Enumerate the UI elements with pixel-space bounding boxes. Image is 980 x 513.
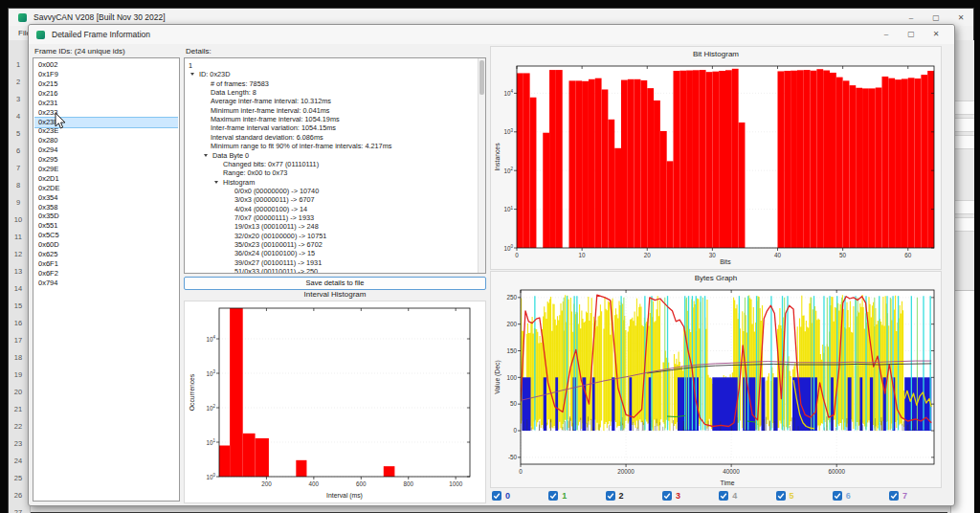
frame-id-item[interactable]: 0x6F1 xyxy=(34,259,178,269)
svg-text:150: 150 xyxy=(506,347,517,354)
details-line: # of frames: 78583 xyxy=(211,79,269,88)
details-tree[interactable]: 1ID: 0x23D# of frames: 78583Data Length:… xyxy=(184,57,486,274)
svg-text:Time: Time xyxy=(721,480,735,486)
details-line: Minimum inter-frame interval: 0.041ms xyxy=(211,106,330,115)
main-window-title: SavvyCAN V208 [Built Nov 30 2022] xyxy=(33,12,166,22)
details-line: 39/0x27 (00100111) -> 1931 xyxy=(234,258,322,267)
frame-id-item[interactable]: 0x6F2 xyxy=(34,269,178,279)
details-line[interactable]: ID: 0x23D xyxy=(199,70,230,78)
svg-text:103: 103 xyxy=(503,128,513,136)
frame-id-item[interactable]: 0x2D1 xyxy=(34,174,178,184)
row-number: 9 xyxy=(9,198,28,207)
frame-id-item[interactable]: 0x60D xyxy=(34,240,178,250)
frame-id-item[interactable]: 0x216 xyxy=(34,89,178,99)
byte-checkbox[interactable] xyxy=(719,491,728,501)
byte-checkbox-item: 2 xyxy=(606,491,624,501)
byte-checkbox-item: 6 xyxy=(833,491,851,501)
svg-text:0: 0 xyxy=(515,252,519,258)
check-icon xyxy=(549,492,557,500)
details-line[interactable]: Histogram xyxy=(223,178,255,187)
interval-histogram-plot[interactable]: 2004006008001000100101102103104Interval … xyxy=(187,302,483,503)
frame-id-item[interactable]: 0x002 xyxy=(34,60,178,70)
row-number: 3 xyxy=(9,95,28,103)
save-details-button[interactable]: Save details to file xyxy=(184,277,486,290)
row-number: 23 xyxy=(9,439,28,448)
check-icon xyxy=(890,492,898,500)
frame-id-item[interactable]: 0x1F9 xyxy=(34,70,178,79)
screen: SavvyCAN V208 [Built Nov 30 2022] – ▢ ✕ … xyxy=(0,0,980,513)
frame-id-item[interactable]: 0x295 xyxy=(34,155,178,165)
row-number: 27 xyxy=(9,508,28,513)
tree-expand-arrow[interactable] xyxy=(214,181,218,184)
bytes-graph-plot[interactable]: 0200004000060000-50050100150200250TimeVa… xyxy=(492,284,942,489)
frame-id-item[interactable]: 0x794 xyxy=(34,279,178,288)
svg-text:0: 0 xyxy=(513,427,517,434)
interval-histogram-title: Interval Histogram xyxy=(184,290,486,299)
details-line: Changed bits: 0x77 (01110111) xyxy=(223,160,319,168)
byte-checkbox-label: 1 xyxy=(562,491,567,501)
frame-ids-label: Frame IDs: (24 unique ids) xyxy=(34,47,125,56)
details-line: 1 xyxy=(189,61,192,70)
byte-checkbox[interactable] xyxy=(548,491,558,501)
dialog-maximize-button[interactable]: ▢ xyxy=(899,25,924,42)
svg-text:40000: 40000 xyxy=(723,468,740,475)
frame-id-item[interactable]: 0x5C5 xyxy=(34,231,178,240)
svg-text:102: 102 xyxy=(503,167,513,174)
svg-text:200: 200 xyxy=(506,321,517,327)
frame-id-item[interactable]: 0x280 xyxy=(34,136,178,145)
frame-id-item[interactable]: 0x294 xyxy=(34,145,178,155)
dialog-close-button[interactable]: ✕ xyxy=(924,25,948,42)
svg-text:Interval (ms): Interval (ms) xyxy=(326,492,363,500)
frame-id-item[interactable]: 0x551 xyxy=(34,221,178,231)
byte-checkbox[interactable] xyxy=(889,491,899,501)
details-line: Interval standard deviation: 6.086ms xyxy=(211,133,323,142)
byte-checkbox[interactable] xyxy=(662,491,672,501)
byte-checkbox[interactable] xyxy=(833,491,842,501)
svg-text:250: 250 xyxy=(506,294,517,301)
svg-text:104: 104 xyxy=(206,335,215,343)
tree-expand-arrow[interactable] xyxy=(204,154,208,157)
bit-histogram-plot[interactable]: 0102030405060100101102103104BitsInstance… xyxy=(492,60,942,269)
details-line: 4/0x4 (00000100) -> 14 xyxy=(234,205,307,213)
svg-text:Bits: Bits xyxy=(720,258,731,265)
svg-text:200: 200 xyxy=(261,480,272,487)
frame-id-item[interactable]: 0x35D xyxy=(34,212,178,221)
app-icon xyxy=(18,13,27,22)
frame-id-item[interactable]: 0x354 xyxy=(34,193,178,203)
details-line[interactable]: Data Byte 0 xyxy=(212,151,249,160)
check-icon xyxy=(663,492,671,500)
dialog-titlebar: Detailed Frame Information xyxy=(29,25,954,44)
byte-checkbox[interactable] xyxy=(606,491,615,501)
details-line: 36/0x24 (00100100) -> 15 xyxy=(234,249,315,257)
frame-id-item[interactable]: 0x231 xyxy=(34,99,178,108)
row-number: 11 xyxy=(9,233,28,241)
frame-id-item[interactable]: 0x215 xyxy=(34,79,178,89)
byte-checkbox-item: 5 xyxy=(776,491,794,501)
frame-id-item[interactable]: 0x2DE xyxy=(34,184,178,193)
dialog-icon xyxy=(36,31,45,39)
svg-text:102: 102 xyxy=(206,404,215,412)
details-line: Inter-frame interval variation: 1054.15m… xyxy=(211,123,336,132)
byte-checkbox[interactable] xyxy=(492,491,501,501)
byte-checkbox[interactable] xyxy=(776,491,786,501)
details-line: 35/0x23 (00100011) -> 6702 xyxy=(234,240,323,249)
details-scrollbar[interactable] xyxy=(478,58,485,273)
details-scrollbar-handle[interactable] xyxy=(479,60,484,95)
row-number: 5 xyxy=(9,129,28,138)
byte-checkbox-item: 0 xyxy=(492,491,510,501)
row-number: 8 xyxy=(9,181,28,190)
svg-text:20000: 20000 xyxy=(617,468,635,475)
svg-text:10: 10 xyxy=(579,252,587,258)
svg-text:103: 103 xyxy=(206,369,215,377)
svg-text:-50: -50 xyxy=(508,454,518,460)
check-icon xyxy=(493,492,501,500)
svg-text:50: 50 xyxy=(839,252,847,258)
dialog-minimize-button[interactable]: – xyxy=(874,25,899,42)
frame-id-item[interactable]: 0x625 xyxy=(34,250,178,259)
frame-id-item[interactable]: 0x358 xyxy=(34,203,178,212)
frame-id-item[interactable]: 0x29E xyxy=(34,165,178,174)
row-number: 7 xyxy=(9,164,28,172)
byte-checkbox-label: 2 xyxy=(619,491,624,501)
byte-checkbox-item: 1 xyxy=(548,491,567,501)
tree-expand-arrow[interactable] xyxy=(190,73,194,76)
